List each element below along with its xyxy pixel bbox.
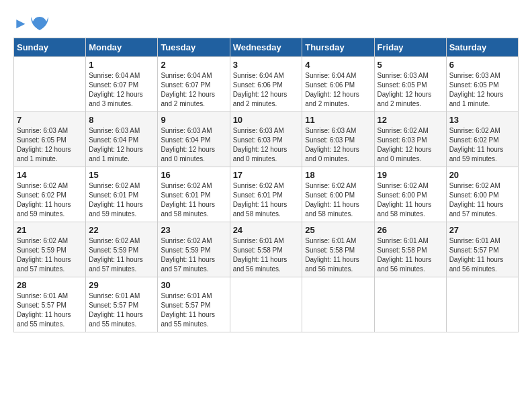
day-number: 5	[378, 60, 443, 70]
day-info: Sunrise: 6:02 AMSunset: 6:00 PMDaylight:…	[449, 182, 504, 218]
calendar-cell: 5 Sunrise: 6:03 AMSunset: 6:05 PMDayligh…	[374, 57, 446, 112]
calendar-cell: 15 Sunrise: 6:02 AMSunset: 6:01 PMDaylig…	[86, 167, 158, 222]
day-number: 4	[305, 60, 371, 70]
day-number: 7	[17, 115, 83, 125]
weekday-header: Wednesday	[230, 38, 302, 57]
day-number: 23	[161, 225, 226, 235]
day-info: Sunrise: 6:03 AMSunset: 6:03 PMDaylight:…	[233, 127, 287, 163]
calendar-cell	[374, 277, 446, 332]
day-info: Sunrise: 6:04 AMSunset: 6:07 PMDaylight:…	[89, 72, 143, 107]
logo-icon	[30, 13, 50, 34]
calendar-cell: 25 Sunrise: 6:01 AMSunset: 5:58 PMDaylig…	[302, 222, 374, 277]
day-info: Sunrise: 6:02 AMSunset: 6:01 PMDaylight:…	[233, 182, 287, 218]
day-info: Sunrise: 6:02 AMSunset: 6:02 PMDaylight:…	[17, 182, 71, 218]
day-number: 3	[233, 60, 300, 70]
day-number: 17	[233, 170, 300, 180]
day-number: 9	[161, 115, 226, 125]
calendar-week-row: 14 Sunrise: 6:02 AMSunset: 6:02 PMDaylig…	[14, 167, 519, 222]
day-info: Sunrise: 6:02 AMSunset: 6:01 PMDaylight:…	[89, 182, 143, 218]
logo: ►	[13, 13, 50, 31]
calendar-cell: 3 Sunrise: 6:04 AMSunset: 6:06 PMDayligh…	[230, 57, 302, 112]
calendar-cell: 4 Sunrise: 6:04 AMSunset: 6:06 PMDayligh…	[302, 57, 374, 112]
day-number: 10	[233, 115, 300, 125]
day-info: Sunrise: 6:01 AMSunset: 5:58 PMDaylight:…	[378, 237, 432, 273]
day-number: 8	[89, 115, 154, 125]
day-number: 2	[161, 60, 226, 70]
day-number: 21	[17, 225, 83, 235]
day-number: 25	[305, 225, 371, 235]
day-number: 24	[233, 225, 300, 235]
day-number: 12	[378, 115, 443, 125]
calendar-week-row: 28 Sunrise: 6:01 AMSunset: 5:57 PMDaylig…	[14, 277, 519, 332]
calendar-cell	[446, 277, 518, 332]
calendar-cell: 1 Sunrise: 6:04 AMSunset: 6:07 PMDayligh…	[86, 57, 158, 112]
day-number: 14	[17, 170, 83, 180]
calendar-cell: 27 Sunrise: 6:01 AMSunset: 5:57 PMDaylig…	[446, 222, 518, 277]
calendar-cell: 10 Sunrise: 6:03 AMSunset: 6:03 PMDaylig…	[230, 112, 302, 167]
day-number: 6	[449, 60, 515, 70]
day-info: Sunrise: 6:03 AMSunset: 6:05 PMDaylight:…	[17, 127, 71, 163]
calendar-cell: 11 Sunrise: 6:03 AMSunset: 6:03 PMDaylig…	[302, 112, 374, 167]
calendar-week-row: 1 Sunrise: 6:04 AMSunset: 6:07 PMDayligh…	[14, 57, 519, 112]
day-number: 11	[305, 115, 371, 125]
calendar-cell: 22 Sunrise: 6:02 AMSunset: 5:59 PMDaylig…	[86, 222, 158, 277]
day-info: Sunrise: 6:01 AMSunset: 5:57 PMDaylight:…	[161, 292, 215, 328]
calendar-cell: 7 Sunrise: 6:03 AMSunset: 6:05 PMDayligh…	[14, 112, 86, 167]
day-info: Sunrise: 6:02 AMSunset: 6:00 PMDaylight:…	[378, 182, 432, 218]
calendar-cell: 18 Sunrise: 6:02 AMSunset: 6:00 PMDaylig…	[302, 167, 374, 222]
day-number: 1	[89, 60, 154, 70]
calendar-cell	[302, 277, 374, 332]
weekday-header: Tuesday	[158, 38, 230, 57]
weekday-header: Monday	[86, 38, 158, 57]
calendar-cell: 17 Sunrise: 6:02 AMSunset: 6:01 PMDaylig…	[230, 167, 302, 222]
day-number: 16	[161, 170, 226, 180]
day-info: Sunrise: 6:03 AMSunset: 6:05 PMDaylight:…	[449, 72, 504, 107]
calendar-cell: 28 Sunrise: 6:01 AMSunset: 5:57 PMDaylig…	[14, 277, 86, 332]
day-info: Sunrise: 6:02 AMSunset: 6:02 PMDaylight:…	[449, 127, 504, 163]
day-number: 30	[161, 280, 226, 290]
day-info: Sunrise: 6:01 AMSunset: 5:57 PMDaylight:…	[449, 237, 504, 273]
weekday-header: Sunday	[14, 38, 86, 57]
day-info: Sunrise: 6:03 AMSunset: 6:05 PMDaylight:…	[378, 72, 432, 107]
calendar-header-row: SundayMondayTuesdayWednesdayThursdayFrid…	[14, 38, 519, 57]
calendar-week-row: 21 Sunrise: 6:02 AMSunset: 5:59 PMDaylig…	[14, 222, 519, 277]
day-number: 27	[449, 225, 515, 235]
calendar-cell: 8 Sunrise: 6:03 AMSunset: 6:04 PMDayligh…	[86, 112, 158, 167]
day-info: Sunrise: 6:03 AMSunset: 6:03 PMDaylight:…	[305, 127, 359, 163]
day-info: Sunrise: 6:02 AMSunset: 5:59 PMDaylight:…	[161, 237, 215, 273]
calendar-cell: 9 Sunrise: 6:03 AMSunset: 6:04 PMDayligh…	[158, 112, 230, 167]
weekday-header: Thursday	[302, 38, 374, 57]
day-info: Sunrise: 6:02 AMSunset: 6:01 PMDaylight:…	[161, 182, 215, 218]
calendar-cell: 24 Sunrise: 6:01 AMSunset: 5:58 PMDaylig…	[230, 222, 302, 277]
day-info: Sunrise: 6:01 AMSunset: 5:57 PMDaylight:…	[89, 292, 143, 328]
day-number: 20	[449, 170, 515, 180]
day-info: Sunrise: 6:02 AMSunset: 6:00 PMDaylight:…	[305, 182, 359, 218]
day-info: Sunrise: 6:01 AMSunset: 5:58 PMDaylight:…	[233, 237, 287, 273]
day-number: 15	[89, 170, 154, 180]
day-info: Sunrise: 6:03 AMSunset: 6:04 PMDaylight:…	[89, 127, 143, 163]
day-info: Sunrise: 6:02 AMSunset: 5:59 PMDaylight:…	[89, 237, 143, 273]
day-info: Sunrise: 6:04 AMSunset: 6:06 PMDaylight:…	[305, 72, 359, 107]
day-info: Sunrise: 6:01 AMSunset: 5:58 PMDaylight:…	[305, 237, 359, 273]
calendar-cell	[230, 277, 302, 332]
calendar-cell: 19 Sunrise: 6:02 AMSunset: 6:00 PMDaylig…	[374, 167, 446, 222]
day-info: Sunrise: 6:02 AMSunset: 6:03 PMDaylight:…	[378, 127, 432, 163]
calendar-cell: 16 Sunrise: 6:02 AMSunset: 6:01 PMDaylig…	[158, 167, 230, 222]
calendar-cell: 14 Sunrise: 6:02 AMSunset: 6:02 PMDaylig…	[14, 167, 86, 222]
day-info: Sunrise: 6:02 AMSunset: 5:59 PMDaylight:…	[17, 237, 71, 273]
calendar-cell: 13 Sunrise: 6:02 AMSunset: 6:02 PMDaylig…	[446, 112, 518, 167]
weekday-header: Friday	[374, 38, 446, 57]
day-number: 28	[17, 280, 83, 290]
day-info: Sunrise: 6:04 AMSunset: 6:06 PMDaylight:…	[233, 72, 287, 107]
calendar-cell: 23 Sunrise: 6:02 AMSunset: 5:59 PMDaylig…	[158, 222, 230, 277]
weekday-header: Saturday	[446, 38, 518, 57]
day-info: Sunrise: 6:03 AMSunset: 6:04 PMDaylight:…	[161, 127, 215, 163]
page-header: ►	[13, 13, 519, 31]
calendar-cell: 26 Sunrise: 6:01 AMSunset: 5:58 PMDaylig…	[374, 222, 446, 277]
calendar-week-row: 7 Sunrise: 6:03 AMSunset: 6:05 PMDayligh…	[14, 112, 519, 167]
calendar-cell: 30 Sunrise: 6:01 AMSunset: 5:57 PMDaylig…	[158, 277, 230, 332]
day-number: 26	[378, 225, 443, 235]
day-number: 13	[449, 115, 515, 125]
calendar-cell: 2 Sunrise: 6:04 AMSunset: 6:07 PMDayligh…	[158, 57, 230, 112]
calendar-cell: 29 Sunrise: 6:01 AMSunset: 5:57 PMDaylig…	[86, 277, 158, 332]
